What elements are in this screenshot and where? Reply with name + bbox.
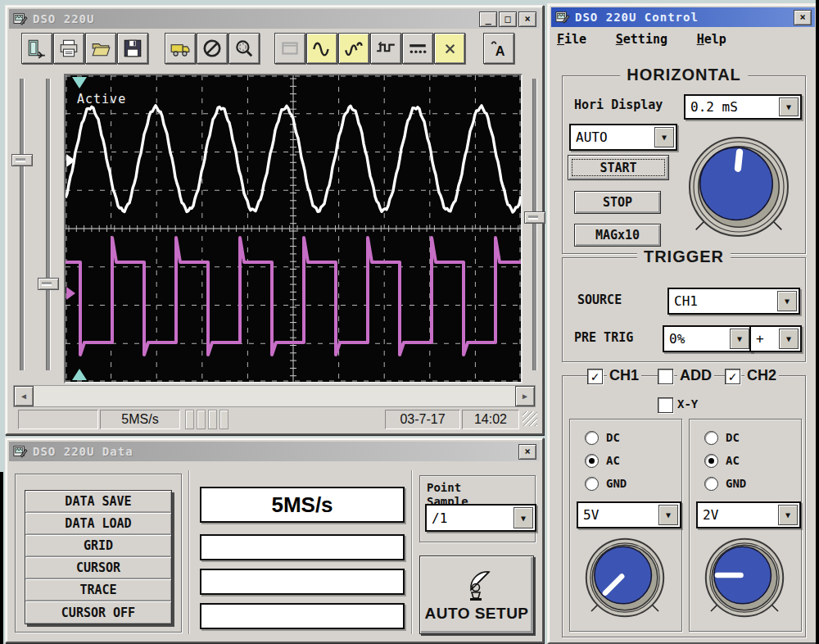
ch2-position-track[interactable] [46, 79, 51, 370]
ch2-dc-label: DC [726, 431, 740, 444]
start-button[interactable]: START [568, 155, 669, 180]
toolbar-button-square-wave[interactable] [370, 33, 401, 64]
chevron-down-icon[interactable]: ▼ [658, 505, 678, 525]
toolbar-button-save[interactable] [117, 33, 148, 64]
trigger-slope-select[interactable]: + ▼ [749, 325, 802, 352]
save-icon [122, 38, 143, 59]
chevron-down-icon[interactable]: ▼ [777, 291, 797, 311]
toolbar-button-exit[interactable] [21, 33, 52, 64]
trigger-level-slider[interactable] [524, 211, 545, 224]
status-time: 14:02 [462, 410, 519, 429]
cursor-off-button[interactable]: CURSOR OFF [25, 601, 171, 624]
main-titlebar[interactable]: DSO 220U _ □ × [9, 9, 540, 29]
stop-button[interactable]: STOP [574, 191, 661, 214]
close-button[interactable]: × [518, 11, 536, 27]
auto-setup-button[interactable]: AUTO SETUP [419, 556, 534, 634]
scroll-right-icon[interactable]: ► [515, 386, 535, 406]
add-checkbox[interactable] [658, 369, 673, 384]
mag-x10-button[interactable]: MAGx10 [574, 224, 661, 247]
ch1-checkbox[interactable]: ✓ [587, 369, 603, 384]
toolbar-button-sine[interactable] [306, 33, 337, 64]
xy-checkbox[interactable] [658, 397, 673, 413]
toolbar-button-dotted[interactable] [402, 33, 433, 64]
status-segment [197, 410, 206, 429]
cursor-button[interactable]: CURSOR [25, 557, 171, 579]
toolbar-button-zoom[interactable] [229, 33, 260, 64]
ch1-gnd-radio[interactable] [585, 477, 599, 491]
chevron-down-icon[interactable]: ▼ [778, 505, 798, 525]
desktop: DSO 220U _ □ × A [0, 0, 819, 644]
ch1-volts-select[interactable]: 5V ▼ [577, 501, 681, 528]
main-window: DSO 220U _ □ × A [5, 5, 544, 435]
toolbar-button-acquire[interactable] [165, 33, 196, 64]
grid-button[interactable]: GRID [25, 535, 171, 557]
toolbar-button-font[interactable]: A [483, 33, 514, 64]
data-load-button[interactable]: DATA LOAD [25, 513, 171, 535]
trigger-source-label: SOURCE [577, 293, 622, 307]
data-titlebar[interactable]: DSO 220U Data × [9, 442, 540, 461]
horizontal-scrollbar[interactable]: ◄ ► [13, 385, 536, 407]
chevron-down-icon[interactable]: ▼ [779, 98, 799, 116]
scope-display: Active [64, 74, 523, 383]
data-field-2 [200, 534, 405, 560]
ch2-dc-radio[interactable] [704, 431, 718, 445]
close-button[interactable]: × [518, 444, 536, 460]
ch1-volts-knob[interactable] [577, 529, 673, 626]
minimize-button[interactable]: _ [479, 11, 497, 27]
add-checkbox-label: ADD [677, 367, 714, 384]
ch2-volts-select[interactable]: 2V ▼ [696, 501, 801, 528]
ch2-volts-knob[interactable] [696, 529, 793, 626]
data-field-3 [200, 569, 405, 595]
wave-hook-icon [343, 38, 364, 59]
chevron-down-icon[interactable]: ▼ [779, 329, 799, 349]
ch2-checkbox[interactable]: ✓ [725, 369, 740, 384]
resize-grip[interactable] [523, 411, 537, 426]
ch1-checkbox-label: CH1 [607, 367, 641, 384]
horizontal-knob[interactable] [677, 125, 800, 248]
trace-button[interactable]: TRACE [25, 579, 171, 601]
point-sample-select[interactable]: /1 ▼ [425, 504, 536, 532]
point-sample-label-line1: Point [427, 481, 461, 494]
data-save-button[interactable]: DATA SAVE [25, 491, 171, 513]
ch2-volts-value: 2V [703, 507, 718, 523]
ch1-ac-radio[interactable] [585, 454, 599, 468]
horizontal-title: HORIZONTAL [620, 66, 748, 84]
data-field-4 [200, 603, 405, 629]
close-button[interactable]: × [794, 10, 812, 25]
toolbar-button-open[interactable] [85, 33, 116, 64]
toolbar-button-window[interactable] [274, 33, 305, 64]
toolbar-button-print[interactable] [53, 33, 84, 64]
pretrig-select[interactable]: 0% ▼ [663, 325, 753, 352]
ch1-panel: DC AC GND 5V ▼ [569, 419, 682, 632]
menu-file[interactable]: File [557, 32, 586, 47]
status-segment [219, 410, 229, 429]
timebase-select[interactable]: 0.2 mS ▼ [684, 94, 802, 120]
control-window: DSO 220U Control × File Setting Help HOR… [547, 3, 819, 644]
chevron-down-icon[interactable]: ▼ [514, 507, 533, 528]
ch2-gnd-radio[interactable] [704, 477, 718, 491]
chevron-down-icon[interactable]: ▼ [730, 329, 749, 349]
ch1-dc-radio[interactable] [585, 431, 599, 445]
main-statusbar: 5MS/s 03-7-17 14:02 [11, 410, 537, 429]
print-icon [58, 38, 79, 59]
ch1-position-slider[interactable] [11, 154, 33, 166]
maximize-button[interactable]: □ [499, 11, 517, 27]
trigger-level-track[interactable] [532, 79, 537, 370]
app-icon [12, 11, 29, 26]
point-sample-group: Point Sample /1 ▼ [419, 475, 536, 542]
chevron-down-icon[interactable]: ▼ [654, 127, 674, 147]
menu-help[interactable]: Help [697, 32, 726, 47]
toolbar-button-wave2[interactable] [338, 33, 369, 64]
scroll-left-icon[interactable]: ◄ [14, 386, 34, 406]
ch2-ac-radio[interactable] [704, 454, 718, 468]
ch2-position-slider[interactable] [38, 278, 59, 290]
trigger-source-select[interactable]: CH1 ▼ [667, 288, 800, 315]
menu-setting[interactable]: Setting [616, 32, 667, 47]
toolbar-button-erase[interactable] [434, 33, 465, 64]
ch1-ac-label: AC [606, 454, 620, 467]
trigger-mode-select[interactable]: AUTO ▼ [569, 124, 677, 151]
toolbar-button-stop-acquire[interactable] [197, 33, 228, 64]
ch1-position-track[interactable] [20, 79, 25, 370]
ch2-checkbox-label: CH2 [744, 367, 779, 384]
control-titlebar[interactable]: DSO 220U Control × [551, 7, 815, 27]
